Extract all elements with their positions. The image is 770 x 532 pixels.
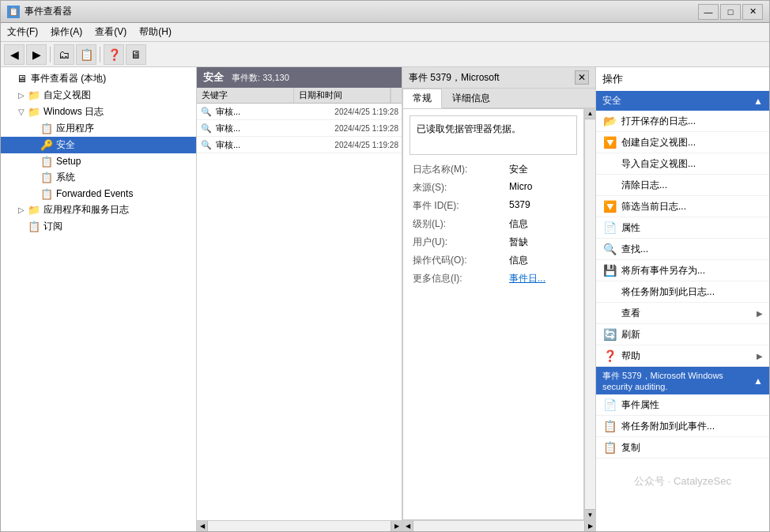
audit-icon-1: 🔍 — [200, 105, 213, 118]
log-row-1[interactable]: 🔍 审核... 2024/4/25 1:19:28 — [197, 104, 402, 120]
filter2-icon: 🔽 — [602, 199, 617, 213]
detail-scroll-htrack[interactable] — [413, 521, 584, 531]
section-collapse-icon[interactable]: ▲ — [753, 96, 763, 107]
field-value-eventid: 5379 — [506, 198, 577, 214]
maximize-button[interactable]: □ — [720, 4, 741, 20]
log-icon: 📋 — [40, 123, 53, 135]
detail-panel: 事件 5379，Microsoft ✕ 常规 详细信息 已读取凭据管理器凭据。 … — [402, 67, 595, 531]
log-columns: 关键字 日期和时间 — [197, 88, 402, 104]
field-label-eventid: 事件 ID(E): — [410, 198, 504, 214]
tab-detail[interactable]: 详细信息 — [442, 89, 500, 108]
forward-button[interactable]: ▶ — [26, 44, 47, 65]
action-event-properties[interactable]: 📄 事件属性 — [596, 394, 769, 416]
sidebar-item-subscriptions[interactable]: 📋 订阅 — [1, 218, 196, 235]
menu-view[interactable]: 查看(V) — [89, 24, 133, 40]
refresh-icon: 🔄 — [602, 327, 617, 341]
log-row-2[interactable]: 🔍 审核... 2024/4/25 1:19:28 — [197, 120, 402, 137]
field-label-user: 用户(U): — [410, 234, 504, 251]
field-value-moreinfo[interactable]: 事件日... — [506, 270, 577, 287]
sidebar-item-windows-log[interactable]: ▽ 📁 Windows 日志 — [1, 104, 196, 120]
audit-icon-2: 🔍 — [200, 122, 213, 134]
security-icon: 🔑 — [40, 139, 53, 152]
detail-content-wrapper: 已读取凭据管理器凭据。 日志名称(M): 安全 来源(S): Micro 事件 … — [402, 108, 595, 520]
detail-scroll-down[interactable]: ▼ — [585, 509, 595, 520]
log-keyword-2: 审核... — [216, 123, 334, 134]
detail-tabs: 常规 详细信息 — [402, 89, 595, 108]
scroll-left[interactable]: ◀ — [197, 521, 208, 531]
toggle-icon — [4, 74, 13, 84]
root-label: 事件查看器 (本地) — [31, 72, 106, 85]
sidebar-item-custom-views[interactable]: ▷ 📁 自定义视图 — [1, 87, 196, 104]
menu-help[interactable]: 帮助(H) — [133, 24, 178, 40]
field-label-level: 级别(L): — [410, 216, 504, 232]
detail-scroll-up[interactable]: ▲ — [585, 108, 595, 119]
minimize-button[interactable]: — — [698, 4, 719, 20]
action-clear-log[interactable]: 清除日志... — [596, 175, 769, 196]
sidebar-item-setup[interactable]: 📋 Setup — [1, 153, 196, 169]
scroll-right[interactable]: ▶ — [391, 521, 402, 531]
section-collapse-icon2[interactable]: ▲ — [753, 375, 763, 387]
detail-close-button[interactable]: ✕ — [575, 70, 589, 85]
action-view[interactable]: 查看 ▶ — [596, 303, 769, 324]
toolbar-separator-1 — [50, 47, 51, 62]
detail-title: 事件 5379，Microsoft — [409, 71, 500, 85]
open-folder-button[interactable]: 🗂 — [54, 44, 74, 65]
action-filter-log[interactable]: 🔽 筛选当前日志... — [596, 196, 769, 217]
application-label: 应用程序 — [56, 122, 94, 135]
help-button[interactable]: ❓ — [104, 44, 124, 65]
save-icon: 💾 — [602, 263, 617, 277]
app-icon: 📋 — [7, 6, 20, 18]
action-open-saved-log[interactable]: 📂 打开保存的日志... — [596, 111, 769, 132]
action-attach-task-event[interactable]: 📋 将任务附加到此事件... — [596, 416, 769, 437]
actions-security-header: 安全 ▲ — [596, 91, 769, 111]
scroll-track[interactable] — [208, 521, 391, 531]
folder-open-icon: 📁 — [28, 106, 40, 119]
field-value-user: 暂缺 — [506, 234, 577, 251]
screen-button[interactable]: 🖥 — [126, 44, 146, 65]
close-button[interactable]: ✕ — [742, 4, 763, 20]
sidebar-item-security[interactable]: 🔑 安全 — [1, 137, 196, 153]
action-attach-task[interactable]: 将任务附加到此日志... — [596, 281, 769, 303]
detail-scroll-left[interactable]: ◀ — [402, 521, 413, 531]
action-save-all-events[interactable]: 💾 将所有事件另存为... — [596, 260, 769, 281]
action-create-custom-view[interactable]: 🔽 创建自定义视图... — [596, 132, 769, 153]
log-row-3[interactable]: 🔍 审核... 2024/4/25 1:19:28 — [197, 137, 402, 153]
detail-hscrollbar[interactable]: ◀ ▶ — [402, 520, 595, 531]
horizontal-scrollbar[interactable]: ◀ ▶ — [197, 520, 402, 531]
col-scroll-space — [391, 88, 402, 103]
action-find[interactable]: 🔍 查找... — [596, 239, 769, 260]
action-refresh[interactable]: 🔄 刷新 — [596, 324, 769, 345]
sidebar-item-system[interactable]: 📋 系统 — [1, 169, 196, 186]
col-datetime[interactable]: 日期和时间 — [294, 88, 391, 103]
menu-action[interactable]: 操作(A) — [44, 24, 89, 40]
doc-icon: 📄 — [602, 221, 617, 235]
security-label: 安全 — [56, 138, 75, 152]
log-title: 安全 — [203, 70, 224, 85]
detail-scrollbar[interactable]: ▲ ▼ — [584, 108, 595, 520]
blank-icon2 — [602, 178, 617, 192]
menu-file[interactable]: 文件(F) — [1, 24, 44, 40]
field-label-logname: 日志名称(M): — [410, 161, 504, 178]
subscriptions-label: 订阅 — [43, 220, 62, 233]
help-icon: ❓ — [602, 349, 617, 363]
detail-scroll-right[interactable]: ▶ — [584, 521, 595, 531]
toggle-icon — [29, 124, 39, 134]
action-help[interactable]: ❓ 帮助 ▶ — [596, 345, 769, 367]
tab-general[interactable]: 常规 — [402, 89, 442, 108]
field-value-logname: 安全 — [506, 161, 577, 178]
filter-icon: 🔽 — [602, 135, 617, 149]
field-label-opcode: 操作代码(O): — [410, 252, 504, 269]
col-keyword[interactable]: 关键字 — [197, 88, 294, 103]
actions-panel: 操作 安全 ▲ 📂 打开保存的日志... 🔽 创建自定义视图... 导入自定义视… — [595, 67, 769, 531]
sidebar-item-forwarded-events[interactable]: 📋 Forwarded Events — [1, 186, 196, 202]
sidebar-item-root[interactable]: 🖥 事件查看器 (本地) — [1, 70, 196, 87]
log-panel-header: 安全 事件数: 33,130 — [197, 67, 402, 88]
sidebar-item-application[interactable]: 📋 应用程序 — [1, 120, 196, 137]
action-properties[interactable]: 📄 属性 — [596, 217, 769, 239]
properties-button[interactable]: 📋 — [76, 44, 96, 65]
action-copy[interactable]: 📋 复制 — [596, 437, 769, 458]
action-import-custom-view[interactable]: 导入自定义视图... — [596, 153, 769, 175]
sidebar-item-app-service-logs[interactable]: ▷ 📁 应用程序和服务日志 — [1, 202, 196, 218]
search-icon: 🔍 — [602, 242, 617, 256]
back-button[interactable]: ◀ — [4, 44, 25, 65]
